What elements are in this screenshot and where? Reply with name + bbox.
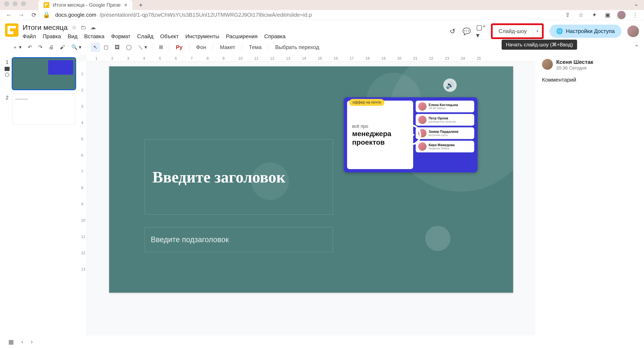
slide-thumbnail-1[interactable] [12, 58, 75, 89]
new-slide-button[interactable]: ＋ ▾ [10, 42, 24, 52]
chevron-down-icon[interactable]: ⌄ [632, 0, 640, 7]
theme-button[interactable]: Тема [246, 42, 265, 52]
background-button[interactable]: Фон [193, 42, 210, 52]
share-button[interactable]: 🌐 Настройки Доступа [550, 25, 622, 38]
separator [87, 43, 88, 51]
url-field[interactable]: docs.google.com/presentation/d/1-qp78zwC… [55, 12, 559, 18]
slideshow-button[interactable]: Слайд-шоу ▾ [491, 23, 544, 39]
share-icon[interactable]: ⇪ [564, 11, 571, 19]
slide-thumbnail-2[interactable] [12, 94, 75, 125]
zoom-button[interactable]: 🔍 ▾ [69, 43, 84, 52]
paint-format-button[interactable]: 🖌 [58, 43, 68, 52]
move-icon[interactable]: 🗀 [81, 24, 86, 31]
account-avatar[interactable] [627, 25, 639, 37]
ruler-tick: 9 [81, 202, 83, 206]
menu-view[interactable]: Вид [68, 33, 78, 40]
new-tab-button[interactable]: + [136, 0, 146, 10]
collapse-toolbar-icon[interactable]: ⌃ [634, 44, 639, 51]
redo-button[interactable]: ↷ [36, 43, 45, 52]
slides-logo-icon[interactable] [5, 23, 18, 37]
grid-view-icon[interactable]: ▦ [8, 339, 14, 345]
image-tool[interactable]: 🖼 [112, 43, 122, 52]
window-controls [4, 1, 26, 6]
ruler-tick: 12 [270, 56, 274, 61]
ruler-tick: 16 [334, 56, 338, 61]
browser-tab[interactable]: Итоги месяца - Google Презе × [38, 0, 132, 10]
ruler-tick: 11 [254, 56, 258, 61]
slideshow-tooltip: Начать слайд-шоу (⌘+Ввод) [502, 40, 577, 50]
person-role: продюсер Skillbox [429, 147, 454, 150]
extensions-icon[interactable]: ✦ [590, 11, 598, 19]
menu-slide[interactable]: Слайд [137, 33, 154, 40]
play-icon[interactable] [400, 124, 421, 145]
traffic-min-icon[interactable] [12, 1, 18, 6]
comment-tool[interactable]: ⊞ [156, 43, 166, 52]
history-icon[interactable]: ↺ [448, 27, 457, 35]
ruler-tick: 2 [111, 56, 113, 61]
ruler-tick: 15 [318, 56, 322, 61]
next-slide-button[interactable]: › [31, 339, 32, 345]
ruler-tick: 25 [477, 56, 481, 61]
ruler-tick: 7 [81, 170, 83, 174]
forward-button[interactable]: → [18, 11, 25, 19]
video-embed[interactable]: оффер на почте всё про менеджера проекто… [344, 97, 478, 173]
slides-favicon-icon [44, 2, 49, 8]
traffic-close-icon[interactable] [4, 1, 9, 6]
thumb-number: 2 [6, 95, 8, 101]
menu-help[interactable]: Справка [264, 33, 286, 40]
comments-icon[interactable]: 💬 [462, 27, 471, 35]
line-tool[interactable]: ＼ ▾ [136, 42, 150, 52]
video-title-line1: менеджера [352, 130, 408, 138]
undo-button[interactable]: ↶ [25, 43, 34, 52]
menu-object[interactable]: Объект [160, 33, 179, 40]
close-tab-icon[interactable]: × [124, 2, 127, 8]
video-person: Елена КостицынаHR BP Skillbox [416, 101, 474, 112]
bookmark-icon[interactable]: ☆ [577, 11, 584, 19]
audio-icon[interactable]: 🔊 [443, 78, 457, 92]
menu-file[interactable]: Файл [22, 33, 36, 40]
menu-tools[interactable]: Инструменты [185, 33, 219, 40]
cloud-status-icon[interactable]: ☁ [90, 24, 96, 31]
toolbar: ＋ ▾ ↶ ↷ 🖨 🖌 🔍 ▾ ↖ ▢ 🖼 ◯ ＼ ▾ ⊞ Рy Фон Мак… [0, 40, 644, 55]
menu-format[interactable]: Формат [111, 33, 130, 40]
select-tool[interactable]: ↖ [91, 43, 100, 52]
person-role: выпускник курса [429, 134, 458, 137]
commenter-avatar [542, 59, 553, 70]
menu-icon[interactable]: ⋮ [632, 11, 639, 19]
browser-chrome: Итоги месяца - Google Презе × + ⌄ ← → ⟳ … [0, 0, 644, 20]
traffic-max-icon[interactable] [21, 1, 26, 6]
title-placeholder[interactable]: Введите заголовок [145, 140, 333, 215]
meet-icon[interactable]: ▢⁺ ▾ [477, 27, 485, 35]
ruler-tick: 12 [81, 251, 85, 255]
ruler-tick: 1 [81, 72, 83, 76]
document-title[interactable]: Итоги месяца [22, 23, 68, 31]
transition-button[interactable]: Выбрать переход [272, 42, 323, 52]
print-button[interactable]: 🖨 [46, 43, 56, 52]
ruler-tick: 6 [175, 56, 177, 61]
browser-profile-avatar[interactable] [617, 11, 626, 19]
workspace: 1 2 123456789101112131415161718192021222… [0, 55, 644, 336]
ruler-tick: 10 [81, 218, 85, 223]
reload-button[interactable]: ⟳ [30, 11, 38, 19]
star-icon[interactable]: ☆ [72, 24, 76, 31]
layout-button[interactable]: Макет [216, 42, 238, 52]
ruler-tick: 3 [127, 56, 129, 61]
back-button[interactable]: ← [5, 11, 12, 19]
slideshow-dropdown[interactable]: ▾ [532, 26, 542, 36]
ruler-tick: 7 [191, 56, 193, 61]
slide-canvas[interactable]: 🔊 Введите заголовок Введите подзаголовок… [109, 66, 513, 293]
font-indicator[interactable]: Рy [172, 42, 186, 52]
menu-insert[interactable]: Вставка [84, 33, 104, 40]
subtitle-placeholder[interactable]: Введите подзаголовок [145, 227, 333, 252]
prev-slide-button[interactable]: ‹ [21, 339, 23, 345]
menu-edit[interactable]: Правка [43, 33, 61, 40]
stage[interactable]: 🔊 Введите заголовок Введите подзаголовок… [87, 61, 535, 336]
menu-extensions[interactable]: Расширения [226, 33, 258, 40]
commenter-name: Ксеня Шестак [556, 59, 593, 65]
thumb-number: 1 [6, 59, 8, 65]
textbox-tool[interactable]: ▢ [101, 43, 111, 52]
shape-tool[interactable]: ◯ [124, 43, 134, 52]
comment-item[interactable]: Ксеня Шестак 20:36 Сегодня [542, 59, 637, 71]
separator [268, 43, 268, 51]
panel-icon[interactable]: ▣ [604, 11, 612, 19]
